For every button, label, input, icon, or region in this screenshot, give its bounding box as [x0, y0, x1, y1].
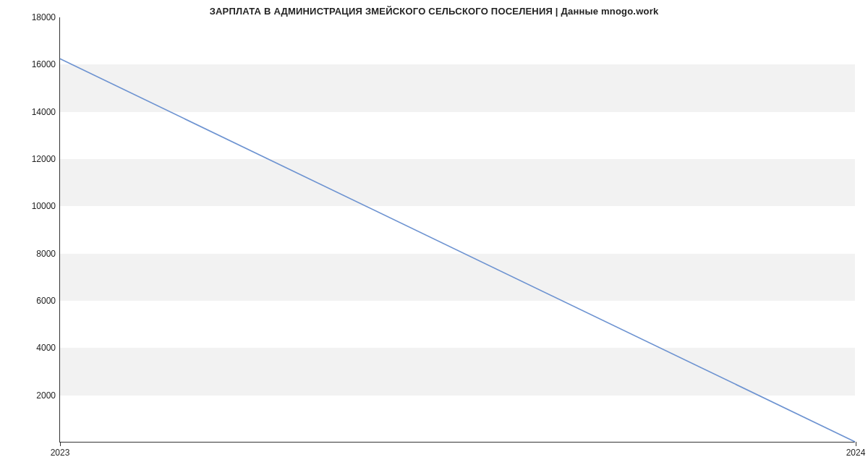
chart-line [60, 17, 855, 442]
x-tick-mark [856, 442, 856, 446]
chart-container: ЗАРПЛАТА В АДМИНИСТРАЦИЯ ЗМЕЙСКОГО СЕЛЬС… [0, 0, 868, 470]
y-tick-label: 16000 [24, 60, 56, 69]
y-tick-label: 2000 [24, 391, 56, 400]
y-tick-label: 12000 [24, 155, 56, 163]
y-tick-label: 14000 [24, 108, 56, 116]
x-tick-label: 2024 [846, 448, 866, 458]
y-tick-label: 10000 [24, 202, 56, 210]
x-tick-mark [60, 442, 61, 446]
y-tick-label: 4000 [24, 343, 56, 352]
plot-area: 2000400060008000100001200014000160001800… [59, 17, 855, 443]
y-tick-label: 8000 [24, 249, 56, 258]
y-tick-label: 6000 [24, 296, 56, 305]
x-tick-label: 2023 [51, 448, 70, 458]
chart-title: ЗАРПЛАТА В АДМИНИСТРАЦИЯ ЗМЕЙСКОГО СЕЛЬС… [0, 6, 868, 17]
y-tick-label: 18000 [24, 13, 56, 22]
